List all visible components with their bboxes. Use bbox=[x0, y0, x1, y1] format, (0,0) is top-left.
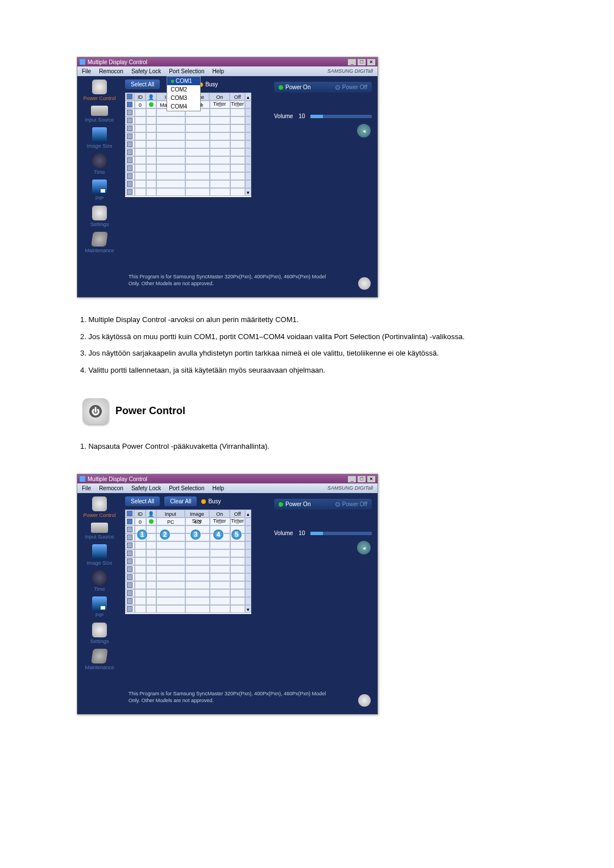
pip-icon bbox=[92, 180, 107, 194]
row-checkbox[interactable] bbox=[127, 102, 132, 107]
brand-label: SAMSUNG DIGITall bbox=[327, 68, 373, 74]
sidebar-item-pip[interactable]: PIP bbox=[77, 596, 122, 618]
header-checkbox[interactable] bbox=[127, 94, 132, 99]
menu-safety-lock[interactable]: Safety Lock bbox=[131, 68, 161, 74]
menu-port-selection[interactable]: Port Selection bbox=[169, 485, 204, 491]
power-panel: Power On Power Off Volume 10 ◂ bbox=[272, 80, 374, 266]
window-controls: _ □ × bbox=[348, 59, 375, 65]
volume-slider[interactable] bbox=[310, 115, 372, 118]
busy-indicator: Busy bbox=[201, 498, 221, 504]
screenshot-power-control: Multiple Display Control _ □ × File Remo… bbox=[77, 474, 378, 715]
settings-icon bbox=[92, 206, 107, 220]
sidebar-item-maintenance[interactable]: Maintenance bbox=[77, 232, 122, 253]
power-off-radio[interactable]: Power Off bbox=[335, 501, 367, 507]
grid-row-empty bbox=[125, 557, 251, 565]
menu-help[interactable]: Help bbox=[212, 485, 224, 491]
header-checkbox[interactable] bbox=[127, 511, 132, 516]
scroll-down-icon[interactable]: ▾ bbox=[245, 605, 251, 613]
section-header: ⏻ Power Control bbox=[82, 398, 543, 424]
settings-icon bbox=[92, 623, 107, 637]
brand-label: SAMSUNG DIGITall bbox=[327, 485, 373, 491]
callout-1: 1 bbox=[136, 529, 148, 540]
volume-slider[interactable] bbox=[310, 532, 372, 535]
close-button[interactable]: × bbox=[367, 476, 375, 482]
sidebar-item-time[interactable]: Time bbox=[77, 570, 122, 592]
sidebar-item-time[interactable]: Time bbox=[77, 153, 122, 175]
power-on-radio[interactable]: Power On bbox=[279, 84, 310, 90]
window-controls: _ □ × bbox=[348, 475, 375, 482]
grid-row-empty bbox=[125, 148, 251, 156]
port-option-com1[interactable]: ■ COM1 bbox=[167, 77, 200, 85]
volume-knob[interactable]: ◂ bbox=[357, 124, 371, 137]
sidebar-item-pip[interactable]: PIP bbox=[77, 180, 122, 201]
row-checkbox[interactable] bbox=[127, 519, 132, 524]
port-selection-dropdown: ■ COM1 COM2 COM3 COM4 bbox=[167, 76, 201, 111]
volume-label: Volume bbox=[274, 530, 293, 536]
scroll-up-icon[interactable]: ▴ bbox=[245, 93, 251, 101]
grid-row-empty bbox=[125, 172, 251, 180]
app-title: Multiple Display Control bbox=[88, 476, 147, 482]
volume-knob[interactable]: ◂ bbox=[357, 541, 371, 554]
scroll-up-icon[interactable]: ▴ bbox=[245, 510, 251, 518]
menu-port-selection[interactable]: Port Selection ■ COM1 COM2 COM3 COM4 bbox=[169, 68, 204, 74]
sidebar-item-maintenance[interactable]: Maintenance bbox=[77, 649, 122, 670]
clear-all-button[interactable]: Clear All bbox=[164, 496, 197, 506]
grid-row-empty bbox=[125, 156, 251, 164]
port-option-com3[interactable]: COM3 bbox=[167, 94, 200, 102]
menu-safety-lock[interactable]: Safety Lock bbox=[131, 485, 161, 491]
maintenance-icon bbox=[91, 649, 108, 663]
app-icon bbox=[80, 59, 85, 65]
power-on-radio[interactable]: Power On bbox=[279, 501, 310, 507]
app-body: Power Control Input Source Image Size Ti… bbox=[77, 493, 377, 686]
sidebar-item-image-size[interactable]: Image Size bbox=[77, 127, 122, 149]
grid-row-empty bbox=[125, 132, 251, 140]
sidebar-item-input-source[interactable]: Input Source bbox=[77, 106, 122, 123]
sidebar-item-input-source[interactable]: Input Source bbox=[77, 523, 122, 540]
sidebar: Power Control Input Source Image Size Ti… bbox=[77, 493, 122, 686]
power-off-radio[interactable]: Power Off bbox=[335, 84, 367, 90]
menu-remocon[interactable]: Remocon bbox=[99, 68, 123, 74]
paragraph-2: 2. Jos käytössä on muu portti kuin COM1,… bbox=[71, 332, 543, 342]
minimize-button[interactable]: _ bbox=[348, 476, 356, 482]
sidebar-item-settings[interactable]: Settings bbox=[77, 623, 122, 644]
sidebar-item-power-control[interactable]: Power Control bbox=[77, 496, 122, 518]
grid-row-empty bbox=[125, 549, 251, 557]
port-option-com2[interactable]: COM2 bbox=[167, 85, 200, 94]
grid-row[interactable]: 0 PC 4:3 bbox=[125, 518, 251, 525]
paragraph-5: 1. Napsauta Power Control -pääkuvaketta … bbox=[71, 441, 543, 452]
paragraph-1: 1. Multiple Display Control -arvoksi on … bbox=[71, 315, 543, 325]
maximize-button[interactable]: □ bbox=[358, 476, 366, 482]
grid-row-empty bbox=[125, 541, 251, 549]
input-source-icon bbox=[91, 106, 108, 116]
grid-row-empty bbox=[125, 180, 251, 188]
paragraph-4: 4. Valittu portti tallennetaan, ja sitä … bbox=[71, 365, 543, 375]
minimize-button[interactable]: _ bbox=[348, 59, 356, 65]
image-size-icon bbox=[92, 544, 107, 559]
menu-remocon[interactable]: Remocon bbox=[99, 485, 123, 491]
select-all-button[interactable]: Select All bbox=[125, 496, 160, 506]
port-option-com4[interactable]: COM4 bbox=[167, 102, 200, 111]
menubar: File Remocon Safety Lock Port Selection … bbox=[77, 66, 377, 76]
main-area: Select All Busy ID 👤 Input Image Size On… bbox=[122, 76, 377, 269]
grid-row-empty bbox=[125, 164, 251, 172]
menu-help[interactable]: Help bbox=[212, 68, 224, 74]
scroll-down-icon[interactable]: ▾ bbox=[245, 188, 251, 196]
image-size-icon bbox=[92, 127, 107, 142]
body-text-2: 1. Napsauta Power Control -pääkuvaketta … bbox=[71, 441, 543, 452]
menu-file[interactable]: File bbox=[82, 68, 91, 74]
sidebar-item-image-size[interactable]: Image Size bbox=[77, 544, 122, 566]
display-grid: ID 👤 Input Image Size On Timer Off Timer… bbox=[125, 510, 251, 614]
pip-icon bbox=[92, 596, 107, 611]
radio-off-icon bbox=[335, 85, 340, 90]
sidebar-item-settings[interactable]: Settings bbox=[77, 206, 122, 227]
radio-on-icon bbox=[279, 502, 283, 507]
status-header-icon: 👤 bbox=[146, 93, 156, 101]
close-button[interactable]: × bbox=[367, 59, 375, 65]
menu-file[interactable]: File bbox=[82, 485, 91, 491]
select-all-button[interactable]: Select All bbox=[125, 80, 160, 89]
sidebar-item-power-control[interactable]: Power Control bbox=[77, 80, 122, 101]
maximize-button[interactable]: □ bbox=[358, 59, 366, 65]
status-green-icon bbox=[149, 102, 154, 107]
section-title: Power Control bbox=[115, 405, 185, 417]
main-area: Select All Clear All Busy ID 👤 Input Ima… bbox=[122, 493, 377, 686]
